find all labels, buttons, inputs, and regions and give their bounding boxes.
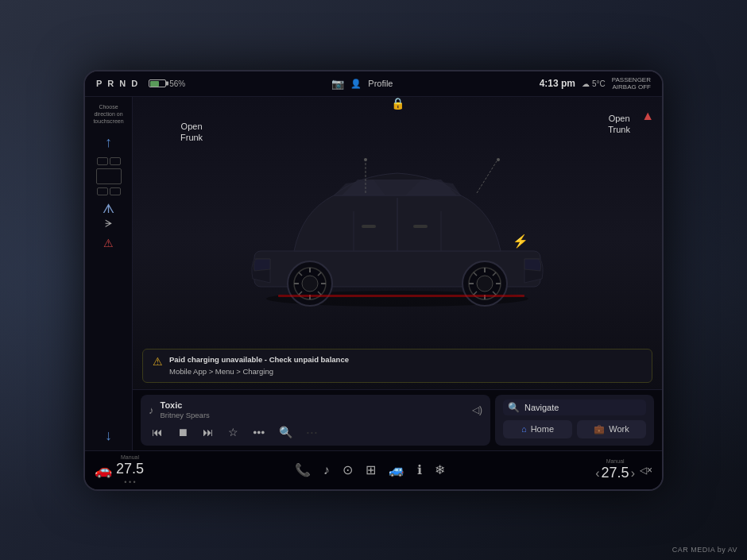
- bottom-controls: ♪ Toxic Britney Spears ◁) ⏮: [133, 389, 662, 450]
- top-bar: P R N D 56% 📷 👤 Profile 4:13 pm ☁ 5°C: [85, 71, 662, 97]
- left-temp-group: Manual 27.5 • • •: [116, 454, 144, 486]
- work-location-button[interactable]: 💼 Work: [577, 420, 646, 438]
- lights-control: ᗑ ᗒ: [103, 202, 114, 230]
- top-bar-right: 4:13 pm ☁ 5°C PASSENGER AIRBAG OFF: [540, 76, 651, 91]
- outer-frame: P R N D 56% 📷 👤 Profile 4:13 pm ☁ 5°C: [0, 0, 747, 560]
- temp-increase-button[interactable]: ›: [631, 466, 635, 481]
- media-top: ♪ Toxic Britney Spears ◁): [149, 400, 482, 421]
- airbag-line2: AIRBAG OFF: [612, 83, 651, 91]
- warning-main-text: Paid charging unavailable - Check unpaid…: [169, 354, 349, 365]
- svg-point-33: [497, 158, 500, 161]
- equalizer-button[interactable]: ⦁⦁⦁: [250, 424, 268, 441]
- phone-icon[interactable]: 📞: [295, 462, 311, 477]
- music-sys-icon[interactable]: ♪: [323, 463, 330, 477]
- fog-light-icon[interactable]: ᗒ: [105, 218, 112, 230]
- left-temp-dots: • • •: [124, 478, 135, 486]
- svg-text:⚡: ⚡: [513, 234, 528, 249]
- svg-rect-29: [278, 295, 524, 297]
- fan-icon[interactable]: ❄: [435, 462, 445, 477]
- time-display: 4:13 pm: [540, 78, 575, 89]
- home-icon: ⌂: [521, 424, 527, 434]
- warning-sub-text: Mobile App > Menu > Charging: [169, 366, 349, 377]
- car-model-icon[interactable]: 🚙: [389, 462, 404, 477]
- down-arrow-btn[interactable]: ↓: [105, 427, 112, 444]
- svg-line-32: [477, 161, 497, 193]
- door-front-left: [97, 157, 108, 165]
- open-frunk-label[interactable]: Open Frunk: [180, 121, 203, 144]
- warning-triangle-icon: ⚠: [153, 355, 163, 368]
- separator-dots: • • •: [307, 429, 317, 436]
- car-body-side: [96, 168, 122, 184]
- door-row-front: [97, 157, 121, 165]
- apps-grid-icon[interactable]: ⊞: [366, 462, 376, 477]
- lock-icon[interactable]: 🔒: [391, 97, 404, 110]
- car-display-area: Open Frunk Open Trunk 🔒 ▲: [133, 97, 662, 350]
- profile-label[interactable]: Profile: [368, 79, 393, 88]
- car-sys-icon: 🚗: [95, 462, 112, 479]
- battery-indicator: 56%: [149, 79, 185, 88]
- right-manual-group: Manual ‹ 27.5 ›: [595, 458, 635, 481]
- airbag-status: PASSENGER AIRBAG OFF: [612, 76, 651, 91]
- svg-rect-4: [362, 225, 376, 228]
- warning-text: Paid charging unavailable - Check unpaid…: [169, 354, 349, 377]
- search-icon: 🔍: [508, 402, 520, 413]
- watermark: CAR MEDIA by AV: [672, 546, 737, 554]
- svg-point-19: [477, 276, 493, 292]
- nav-direction-arrow: ▲: [641, 109, 654, 123]
- battery-percent: 56%: [169, 79, 185, 88]
- open-trunk-label[interactable]: Open Trunk: [608, 113, 630, 136]
- search-media-button[interactable]: 🔍: [276, 424, 296, 440]
- prev-track-button[interactable]: ⏮: [149, 424, 166, 440]
- svg-point-8: [302, 276, 318, 292]
- top-bar-center: 📷 👤 Profile: [331, 78, 393, 90]
- song-artist: Britney Spears: [161, 411, 210, 420]
- mute-icon[interactable]: ◁×: [640, 465, 652, 476]
- info-icon[interactable]: ℹ: [417, 462, 422, 477]
- main-area: Choose direction on touchscreen ↑ ᗑ: [85, 97, 662, 450]
- left-temp-value: 27.5: [116, 461, 144, 477]
- media-controls: ⏮ ⏹ ⏭ ☆ ⦁⦁⦁ 🔍 • • •: [149, 424, 482, 441]
- volume-icon[interactable]: ◁): [472, 404, 482, 415]
- door-rear-left: [97, 187, 108, 195]
- headlight-icon[interactable]: ᗑ: [103, 202, 114, 216]
- stop-button[interactable]: ⏹: [174, 424, 192, 440]
- car-svg: ⚡: [230, 136, 564, 311]
- right-temp-chevrons: ‹ 27.5 ›: [595, 465, 635, 481]
- right-temp-value: 27.5: [602, 465, 629, 481]
- sys-left: 🚗 Manual 27.5 • • •: [95, 454, 144, 486]
- battery-bar: [149, 79, 166, 87]
- next-track-button[interactable]: ⏭: [199, 424, 217, 440]
- work-label: Work: [609, 424, 629, 434]
- navigate-button[interactable]: 🔍 Navigate: [503, 400, 646, 415]
- volume-control: ◁×: [640, 465, 652, 476]
- door-row-rear: [97, 187, 121, 195]
- top-bar-left: P R N D 56%: [96, 79, 185, 88]
- temp-display: ☁ 5°C: [582, 79, 606, 88]
- favorite-button[interactable]: ☆: [225, 424, 242, 440]
- temp-value: 5°C: [592, 79, 606, 88]
- right-temp-group: Manual ‹ 27.5 ›: [595, 458, 635, 481]
- nav-panel: 🔍 Navigate ⌂ Home 💼 Work: [495, 395, 654, 446]
- center-content: Open Frunk Open Trunk 🔒 ▲: [133, 97, 662, 450]
- alert-icon: ⚠: [103, 237, 114, 249]
- temp-decrease-button[interactable]: ‹: [595, 466, 599, 481]
- prnd-display: P R N D: [96, 79, 139, 88]
- airbag-line1: PASSENGER: [612, 76, 651, 84]
- tesla-screen: P R N D 56% 📷 👤 Profile 4:13 pm ☁ 5°C: [83, 70, 664, 491]
- song-title: Toxic: [161, 400, 210, 411]
- sys-center: 📞 ♪ ⊙ ⊞ 🚙 ℹ ❄: [295, 462, 445, 477]
- circle-menu-icon[interactable]: ⊙: [343, 462, 353, 477]
- home-location-button[interactable]: ⌂ Home: [503, 420, 572, 438]
- system-bar: 🚗 Manual 27.5 • • • 📞 ♪ ⊙ ⊞ 🚙 ℹ ❄: [85, 450, 662, 489]
- nav-locations: ⌂ Home 💼 Work: [503, 420, 646, 438]
- camera-icon: 📷: [331, 78, 344, 90]
- door-rear-right: [110, 187, 121, 195]
- door-indicators: [96, 157, 122, 195]
- open-trunk-text: Open Trunk: [608, 113, 630, 136]
- up-arrow-btn[interactable]: ↑: [105, 134, 112, 151]
- car-illustration: ⚡: [230, 136, 564, 311]
- open-frunk-text: Open Frunk: [180, 121, 203, 144]
- svg-rect-5: [413, 225, 428, 228]
- song-info: ♪ Toxic Britney Spears: [149, 400, 210, 421]
- left-manual-label: Manual: [121, 454, 139, 460]
